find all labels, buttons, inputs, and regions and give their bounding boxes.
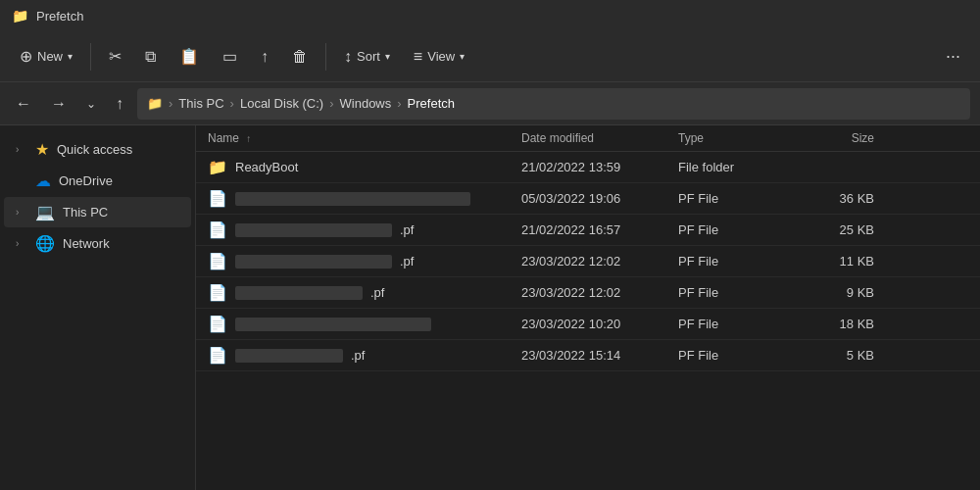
new-icon: ⊕	[20, 47, 32, 66]
file-type: PF File	[678, 222, 796, 237]
toolbar-separator-2	[325, 43, 326, 71]
file-name-blurred	[235, 192, 470, 206]
column-headers: Name ↑ Date modified Type Size	[196, 125, 980, 152]
table-row[interactable]: 📁 ReadyBoot 21/02/2022 13:59 File folder	[196, 152, 980, 183]
folder-icon: 📁	[208, 158, 227, 176]
col-header-date[interactable]: Date modified	[521, 131, 678, 145]
view-button[interactable]: ≡ View ▾	[404, 42, 474, 72]
quick-access-star-icon: ★	[35, 140, 49, 159]
sidebar-thispc-label: This PC	[63, 205, 108, 220]
new-chevron-icon: ▾	[68, 51, 73, 62]
file-name-blurred	[235, 349, 343, 363]
file-size: 9 KB	[796, 285, 874, 300]
path-windows[interactable]: Windows	[340, 96, 392, 111]
table-row[interactable]: 📄 .pf 23/03/2022 12:02 PF File 9 KB	[196, 277, 980, 309]
table-row[interactable]: 📄 23/03/2022 10:20 PF File 18 KB	[196, 309, 980, 340]
file-size: 5 KB	[796, 348, 874, 363]
file-suffix: .pf	[351, 348, 365, 363]
recent-button[interactable]: ⌄	[80, 93, 102, 115]
view-label: View	[427, 49, 455, 64]
path-folder-icon: 📁	[147, 96, 163, 111]
share-button[interactable]: ↑	[251, 42, 278, 72]
file-size: 11 KB	[796, 254, 874, 269]
network-globe-icon: 🌐	[35, 234, 55, 253]
table-row[interactable]: 📄 .pf 23/03/2022 15:14 PF File 5 KB	[196, 340, 980, 371]
titlebar-title: Prefetch	[36, 9, 83, 24]
file-size: 36 KB	[796, 191, 874, 206]
file-date: 23/03/2022 15:14	[521, 348, 678, 363]
up-button[interactable]: ↑	[110, 91, 129, 117]
sidebar: › ★ Quick access ☁ OneDrive › 💻 This PC …	[0, 125, 196, 490]
file-name: ReadyBoot	[235, 160, 298, 174]
main-content: › ★ Quick access ☁ OneDrive › 💻 This PC …	[0, 125, 980, 490]
delete-icon: 🗑	[292, 48, 308, 66]
file-type: File folder	[678, 160, 796, 174]
sidebar-onedrive-label: OneDrive	[59, 173, 113, 188]
col-header-type[interactable]: Type	[678, 131, 796, 145]
path-prefetch[interactable]: Prefetch	[408, 96, 455, 111]
file-date: 21/02/2022 16:57	[521, 222, 678, 237]
file-suffix: .pf	[400, 222, 414, 237]
file-size: 18 KB	[796, 317, 874, 331]
file-date: 05/03/2022 19:06	[521, 191, 678, 206]
toolbar: ⊕ New ▾ ✂ ⧉ 📋 ▭ ↑ 🗑 ↕ Sort ▾ ≡ View ▾ ··…	[0, 31, 980, 82]
view-chevron-icon: ▾	[460, 51, 465, 62]
table-row[interactable]: 📄 05/03/2022 19:06 PF File 36 KB	[196, 183, 980, 215]
rename-button[interactable]: ▭	[213, 41, 247, 72]
sidebar-item-this-pc[interactable]: › 💻 This PC	[4, 197, 191, 227]
file-suffix: .pf	[400, 254, 414, 269]
rename-icon: ▭	[222, 47, 237, 66]
file-type: PF File	[678, 191, 796, 206]
file-icon: 📄	[208, 315, 227, 333]
path-sep-3: ›	[329, 96, 333, 111]
file-type: PF File	[678, 317, 796, 331]
thispc-chevron-icon: ›	[16, 207, 27, 218]
paste-icon: 📋	[179, 47, 199, 66]
file-date: 23/03/2022 10:20	[521, 317, 678, 331]
cut-icon: ✂	[109, 47, 122, 66]
sort-button[interactable]: ↕ Sort ▾	[334, 42, 400, 72]
file-type: PF File	[678, 254, 796, 269]
sort-chevron-icon: ▾	[385, 51, 390, 62]
toolbar-separator-1	[90, 43, 91, 71]
col-header-size[interactable]: Size	[796, 131, 874, 145]
path-thispc[interactable]: This PC	[178, 96, 223, 111]
path-localc[interactable]: Local Disk (C:)	[240, 96, 323, 111]
file-date: 21/02/2022 13:59	[521, 160, 678, 174]
sidebar-quick-access-label: Quick access	[57, 142, 132, 157]
file-icon: 📄	[208, 189, 227, 208]
new-label: New	[37, 49, 63, 64]
file-icon: 📄	[208, 346, 227, 365]
file-name-blurred	[235, 286, 363, 300]
file-icon: 📄	[208, 252, 227, 270]
sidebar-item-onedrive[interactable]: ☁ OneDrive	[4, 166, 191, 196]
table-row[interactable]: 📄 .pf 21/02/2022 16:57 PF File 25 KB	[196, 215, 980, 246]
copy-button[interactable]: ⧉	[135, 42, 166, 72]
sidebar-item-quick-access[interactable]: › ★ Quick access	[4, 134, 191, 165]
file-size: 25 KB	[796, 222, 874, 237]
new-button[interactable]: ⊕ New ▾	[10, 41, 82, 72]
delete-button[interactable]: 🗑	[282, 42, 318, 72]
table-row[interactable]: 📄 .pf 23/03/2022 12:02 PF File 11 KB	[196, 246, 980, 277]
sort-icon: ↕	[344, 48, 352, 66]
sidebar-network-label: Network	[63, 236, 110, 251]
file-icon: 📄	[208, 283, 227, 302]
file-date: 23/03/2022 12:02	[521, 254, 678, 269]
file-suffix: .pf	[370, 285, 384, 300]
forward-button[interactable]: →	[45, 91, 73, 117]
share-icon: ↑	[261, 48, 269, 66]
sort-label: Sort	[357, 49, 380, 64]
more-button[interactable]: ···	[936, 40, 970, 73]
path-sep-4: ›	[397, 96, 401, 111]
sidebar-item-network[interactable]: › 🌐 Network	[4, 228, 191, 259]
back-button[interactable]: ←	[10, 91, 37, 117]
onedrive-cloud-icon: ☁	[35, 172, 51, 190]
file-list: Name ↑ Date modified Type Size 📁 ReadyBo…	[196, 125, 980, 490]
col-header-name[interactable]: Name ↑	[208, 131, 521, 145]
cut-button[interactable]: ✂	[99, 41, 131, 72]
titlebar: 📁 Prefetch	[0, 0, 980, 31]
paste-button[interactable]: 📋	[170, 41, 209, 72]
address-path[interactable]: 📁 › This PC › Local Disk (C:) › Windows …	[137, 88, 970, 120]
file-name-blurred	[235, 318, 431, 331]
copy-icon: ⧉	[145, 48, 156, 66]
